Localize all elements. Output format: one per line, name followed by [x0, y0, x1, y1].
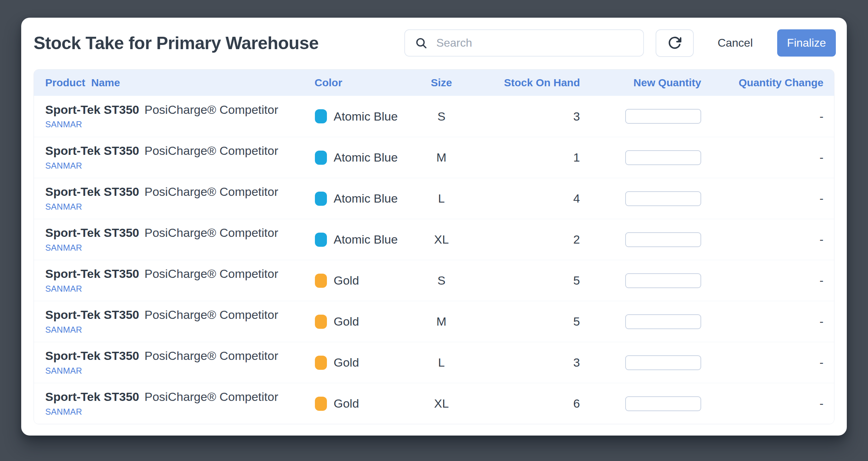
product-name: PosiCharge® Competitor	[145, 144, 278, 157]
product-title-line: Sport-Tek ST350PosiCharge® Competitor	[45, 390, 304, 403]
supplier-link[interactable]: SANMAR	[45, 366, 82, 376]
new-quantity-cell	[580, 260, 701, 301]
cancel-button[interactable]: Cancel	[717, 36, 753, 49]
new-quantity-input[interactable]	[625, 191, 701, 206]
color-swatch	[315, 274, 327, 288]
stock-on-hand-value: 3	[470, 96, 580, 137]
product-model: Sport-Tek ST350	[45, 144, 139, 157]
stock-on-hand-value: 1	[470, 137, 580, 178]
color-cell: Atomic Blue	[304, 137, 413, 178]
color-swatch	[315, 151, 327, 165]
product-model: Sport-Tek ST350	[45, 349, 139, 362]
stock-on-hand-value: 3	[470, 342, 580, 383]
table-row: Sport-Tek ST350PosiCharge® Competitor SA…	[34, 219, 834, 260]
color-label: Atomic Blue	[334, 151, 398, 164]
stock-table: Product Name Color Size Stock On Hand Ne…	[34, 69, 834, 424]
column-header-new-quantity: New Quantity	[580, 77, 701, 89]
product-model: Sport-Tek ST350	[45, 103, 139, 116]
color-cell: Atomic Blue	[304, 219, 413, 260]
column-header-product-name: Product Name	[34, 77, 304, 89]
quantity-change-value: -	[701, 137, 834, 178]
stock-on-hand-value: 5	[470, 260, 580, 301]
column-header-stock-on-hand: Stock On Hand	[470, 77, 580, 89]
product-title-line: Sport-Tek ST350PosiCharge® Competitor	[45, 349, 304, 362]
supplier-link[interactable]: SANMAR	[45, 161, 82, 171]
refresh-button[interactable]	[656, 29, 694, 57]
new-quantity-input[interactable]	[625, 355, 701, 370]
table-row: Sport-Tek ST350PosiCharge® Competitor SA…	[34, 301, 834, 342]
quantity-change-value: -	[701, 383, 834, 424]
quantity-change-value: -	[701, 260, 834, 301]
product-cell: Sport-Tek ST350PosiCharge® Competitor SA…	[34, 137, 304, 178]
column-header-quantity-change: Quantity Change	[701, 77, 834, 89]
supplier-link[interactable]: SANMAR	[45, 284, 82, 294]
color-swatch	[315, 356, 327, 370]
product-name: PosiCharge® Competitor	[145, 103, 278, 116]
color-label: Atomic Blue	[334, 192, 398, 205]
product-model: Sport-Tek ST350	[45, 185, 139, 198]
product-cell: Sport-Tek ST350PosiCharge® Competitor SA…	[34, 219, 304, 260]
search-icon	[415, 37, 428, 49]
product-name: PosiCharge® Competitor	[145, 349, 278, 362]
supplier-link[interactable]: SANMAR	[45, 119, 82, 129]
color-swatch	[315, 397, 327, 411]
refresh-icon	[667, 36, 682, 51]
stock-take-card: Stock Take for Primary Warehouse Cancel …	[21, 18, 847, 436]
size-label: S	[413, 260, 470, 301]
color-label: Atomic Blue	[334, 233, 398, 246]
supplier-link[interactable]: SANMAR	[45, 202, 82, 212]
product-name: PosiCharge® Competitor	[145, 390, 278, 403]
product-title-line: Sport-Tek ST350PosiCharge® Competitor	[45, 308, 304, 321]
finalize-button[interactable]: Finalize	[777, 29, 836, 57]
quantity-change-value: -	[701, 301, 834, 342]
column-header-color: Color	[304, 77, 413, 89]
product-cell: Sport-Tek ST350PosiCharge® Competitor SA…	[34, 383, 304, 424]
new-quantity-input[interactable]	[625, 232, 701, 247]
quantity-change-value: -	[701, 96, 834, 137]
product-name: PosiCharge® Competitor	[145, 226, 278, 239]
new-quantity-cell	[580, 342, 701, 383]
product-title-line: Sport-Tek ST350PosiCharge® Competitor	[45, 267, 304, 280]
new-quantity-input[interactable]	[625, 396, 701, 411]
product-name: PosiCharge® Competitor	[145, 308, 278, 321]
color-swatch	[315, 315, 327, 329]
toolbar: Stock Take for Primary Warehouse Cancel …	[21, 18, 847, 57]
color-label: Gold	[334, 274, 359, 287]
product-title-line: Sport-Tek ST350PosiCharge® Competitor	[45, 226, 304, 239]
page-title: Stock Take for Primary Warehouse	[34, 33, 319, 53]
table-row: Sport-Tek ST350PosiCharge® Competitor SA…	[34, 137, 834, 178]
new-quantity-input[interactable]	[625, 273, 701, 288]
new-quantity-cell	[580, 178, 701, 219]
color-label: Gold	[334, 315, 359, 328]
color-cell: Gold	[304, 301, 413, 342]
table-row: Sport-Tek ST350PosiCharge® Competitor SA…	[34, 96, 834, 137]
product-cell: Sport-Tek ST350PosiCharge® Competitor SA…	[34, 301, 304, 342]
supplier-link[interactable]: SANMAR	[45, 243, 82, 253]
table-header-row: Product Name Color Size Stock On Hand Ne…	[34, 70, 834, 96]
supplier-link[interactable]: SANMAR	[45, 407, 82, 417]
product-name: PosiCharge® Competitor	[145, 185, 278, 198]
product-model: Sport-Tek ST350	[45, 390, 139, 403]
color-label: Gold	[334, 397, 359, 410]
table-body: Sport-Tek ST350PosiCharge® Competitor SA…	[34, 96, 834, 424]
search-box[interactable]	[404, 29, 644, 57]
new-quantity-cell	[580, 383, 701, 424]
supplier-link[interactable]: SANMAR	[45, 325, 82, 335]
product-name: PosiCharge® Competitor	[145, 267, 278, 280]
table-row: Sport-Tek ST350PosiCharge® Competitor SA…	[34, 178, 834, 219]
color-cell: Atomic Blue	[304, 178, 413, 219]
new-quantity-input[interactable]	[625, 150, 701, 165]
stock-on-hand-value: 6	[470, 383, 580, 424]
new-quantity-cell	[580, 219, 701, 260]
stock-on-hand-value: 2	[470, 219, 580, 260]
color-cell: Gold	[304, 342, 413, 383]
new-quantity-input[interactable]	[625, 314, 701, 329]
color-swatch	[315, 192, 327, 206]
new-quantity-input[interactable]	[625, 109, 701, 124]
search-input[interactable]	[436, 36, 635, 49]
color-swatch	[315, 233, 327, 247]
table-row: Sport-Tek ST350PosiCharge® Competitor SA…	[34, 342, 834, 383]
product-cell: Sport-Tek ST350PosiCharge® Competitor SA…	[34, 96, 304, 137]
product-title-line: Sport-Tek ST350PosiCharge® Competitor	[45, 103, 304, 116]
product-model: Sport-Tek ST350	[45, 267, 139, 280]
